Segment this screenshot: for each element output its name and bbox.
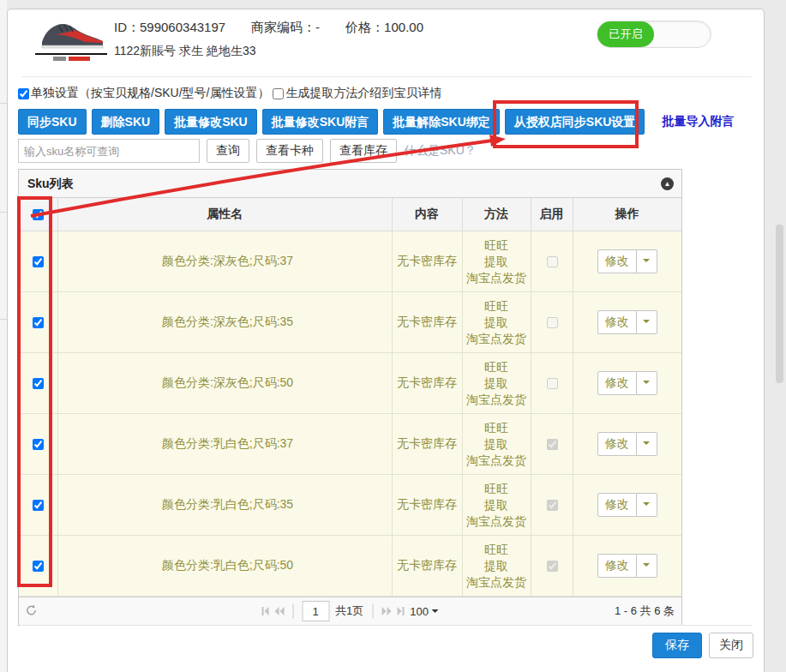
query-button[interactable]: 查询 [207,139,249,163]
select-all-checkbox[interactable] [33,209,44,220]
table-row: 颜色分类:深灰色;尺码:37 无卡密库存 旺旺提取淘宝点发货 修改 [19,231,681,292]
modify-dropdown-button[interactable] [637,493,657,517]
table-row: 颜色分类:乳白色;尺码:37 无卡密库存 旺旺提取淘宝点发货 修改 [19,414,681,475]
modify-button[interactable]: 修改 [597,249,637,273]
merchant-code: 商家编码：- [251,20,320,36]
product-image [33,16,109,61]
panel-header: Sku列表 ▲ [19,170,681,198]
individual-setting-label: 单独设置（按宝贝规格/SKU/型号/属性设置） [31,86,269,101]
sku-method: 旺旺提取淘宝点发货 [462,475,531,536]
caret-down-icon [643,563,650,570]
modify-button[interactable]: 修改 [597,432,637,456]
batch-unbind-sku-button[interactable]: 批量解除SKU绑定 [383,109,500,135]
page-scrollbar[interactable] [776,225,783,383]
background-page-edge [0,0,7,672]
modify-split-button: 修改 [597,432,657,456]
row-select-checkbox[interactable] [33,378,44,389]
modify-dropdown-button[interactable] [637,249,657,273]
sku-attr: 颜色分类:深灰色;尺码:37 [57,231,392,292]
col-attr-header: 属性名 [57,198,392,231]
enable-checkbox[interactable] [547,439,558,450]
toggle-on-label: 已开启 [597,21,654,47]
enabled-toggle[interactable]: 已开启 [597,21,711,48]
col-content-header: 内容 [392,198,462,231]
prev-page-icon[interactable] [274,607,284,615]
sku-toolbar: 同步SKU 删除SKU 批量修改SKU 批量修改SKU附言 批量解除SKU绑定 … [18,109,734,135]
sku-attr: 颜色分类:乳白色;尺码:50 [57,536,392,597]
last-page-icon[interactable] [397,607,404,615]
sku-method: 旺旺提取淘宝点发货 [462,353,531,414]
page-number-input[interactable] [302,601,329,621]
sku-method: 旺旺提取淘宝点发货 [462,292,531,353]
enable-checkbox[interactable] [547,378,558,389]
modify-button[interactable]: 修改 [597,310,637,334]
table-header-row: 属性名 内容 方法 启用 操作 [19,198,681,231]
refresh-icon[interactable] [26,604,37,618]
modify-button[interactable]: 修改 [597,493,637,517]
view-stock-button[interactable]: 查看库存 [330,139,397,163]
sku-search-input[interactable] [18,139,200,163]
enable-checkbox[interactable] [547,256,558,267]
row-select-checkbox[interactable] [33,439,44,450]
sku-method: 旺旺提取淘宝点发货 [462,414,531,475]
sku-content: 无卡密库存 [392,353,462,414]
enable-checkbox[interactable] [547,561,558,572]
caret-down-icon [643,381,650,387]
enable-checkbox[interactable] [547,500,558,511]
first-page-icon[interactable] [261,607,268,615]
row-select-checkbox[interactable] [33,500,44,511]
product-info: ID：599060343197 商家编码：- 价格：100.00 1122新賬号… [114,20,423,59]
row-select-checkbox[interactable] [33,561,44,572]
sku-content: 无卡密库存 [392,414,462,475]
batch-edit-sku-note-button[interactable]: 批量修改SKU附言 [262,109,379,135]
modify-dropdown-button[interactable] [637,310,657,334]
modify-button[interactable]: 修改 [597,371,637,395]
generate-method-label: 生成提取方法介绍到宝贝详情 [285,86,441,101]
batch-import-note-link[interactable]: 批量导入附言 [662,114,734,129]
modify-dropdown-button[interactable] [637,432,657,456]
sku-list-panel: Sku列表 ▲ 属性名 内容 方法 启用 操作 [18,169,682,626]
product-title: 1122新賬号 求生 絶地生33 [114,44,423,59]
next-page-icon[interactable] [381,607,391,615]
collapse-icon[interactable]: ▲ [661,177,674,190]
delete-sku-button[interactable]: 删除SKU [92,109,160,135]
panel-title: Sku列表 [27,177,74,190]
sync-sku-button[interactable]: 同步SKU [18,109,87,135]
caret-down-icon [643,259,650,266]
batch-edit-sku-button[interactable]: 批量修改SKU [165,109,257,135]
thumbnail-price-text [33,57,109,61]
footer-buttons: 保存 关闭 [652,633,753,658]
page-size-select[interactable]: 100 [410,605,439,618]
caret-down-icon [643,441,650,448]
view-card-type-button[interactable]: 查看卡种 [256,139,323,163]
table-row: 颜色分类:乳白色;尺码:50 无卡密库存 旺旺提取淘宝点发货 修改 [19,536,681,597]
what-is-sku-link[interactable]: 什么是SKU？ [404,143,477,159]
row-select-checkbox[interactable] [33,256,44,267]
settings-options: 单独设置（按宝贝规格/SKU/型号/属性设置） 生成提取方法介绍到宝贝详情 [18,85,441,102]
product-header: ID：599060343197 商家编码：- 价格：100.00 1122新賬号… [21,9,752,77]
close-button[interactable]: 关闭 [709,633,753,658]
sku-table: 属性名 内容 方法 启用 操作 颜色分类:深灰色;尺码:37 无卡密库存 旺旺提… [19,198,681,597]
sku-attr: 颜色分类:深灰色;尺码:50 [57,353,392,414]
sku-content: 无卡密库存 [392,475,462,536]
caret-down-icon [432,609,439,616]
modify-dropdown-button[interactable] [637,554,657,578]
sku-settings-dialog: ID：599060343197 商家编码：- 价格：100.00 1122新賬号… [7,9,765,672]
generate-method-checkbox[interactable] [273,88,284,99]
sku-attr: 颜色分类:深灰色;尺码:35 [57,292,392,353]
row-select-checkbox[interactable] [33,317,44,328]
sync-from-authorized-store-button[interactable]: 从授权店同步SKU设置 [505,109,645,135]
enable-checkbox[interactable] [547,317,558,328]
pager-bar: 共1页 100 1 - 6 共 6 条 [19,597,681,625]
modify-split-button: 修改 [597,371,657,395]
thumbnail-underline [35,53,107,55]
product-price: 价格：100.00 [345,20,423,36]
modify-dropdown-button[interactable] [637,371,657,395]
individual-setting-checkbox[interactable] [18,88,29,99]
sku-method: 旺旺提取淘宝点发货 [462,231,531,292]
modify-button[interactable]: 修改 [597,554,637,578]
save-button[interactable]: 保存 [652,633,702,658]
modify-split-button: 修改 [597,554,657,578]
sneaker-icon [37,16,105,52]
page: ID：599060343197 商家编码：- 价格：100.00 1122新賬号… [0,0,786,672]
